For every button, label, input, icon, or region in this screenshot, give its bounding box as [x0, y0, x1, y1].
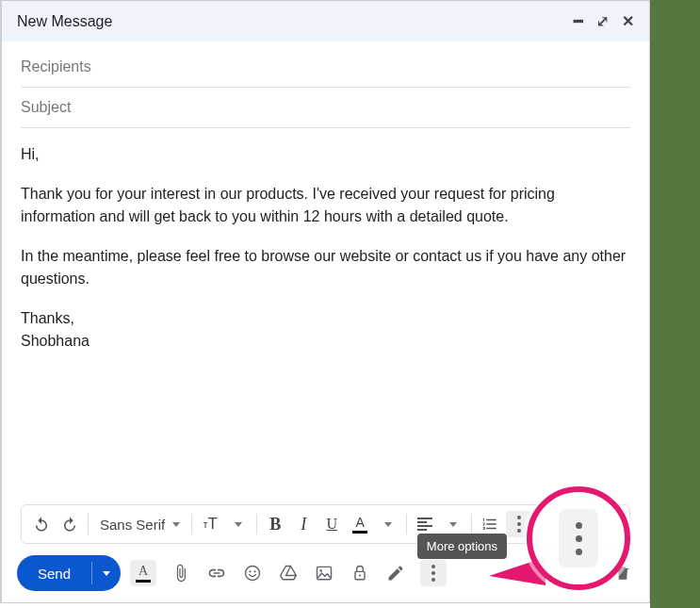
font-size-button[interactable]: тT — [198, 511, 222, 537]
annotation-circle — [527, 486, 630, 590]
svg-point-0 — [246, 567, 260, 581]
svg-point-4 — [319, 569, 322, 572]
svg-point-6 — [359, 574, 361, 576]
formatting-options-button[interactable]: A — [130, 560, 156, 586]
pen-icon — [386, 564, 405, 583]
paperclip-icon — [171, 564, 190, 583]
font-select[interactable]: Sans Serif — [94, 517, 186, 533]
more-options-button[interactable] — [420, 560, 447, 586]
minimize-icon[interactable]: ━ — [574, 12, 583, 30]
caret-down-icon — [449, 522, 457, 527]
image-icon — [315, 564, 334, 583]
separator — [471, 514, 472, 534]
svg-rect-3 — [317, 567, 332, 579]
recipients-placeholder: Recipients — [21, 58, 91, 74]
send-options-button[interactable] — [92, 555, 121, 591]
compose-header: New Message ━ ⤢ ✕ — [2, 1, 649, 41]
undo-button[interactable] — [29, 511, 54, 537]
close-icon[interactable]: ✕ — [622, 12, 634, 30]
bold-button[interactable]: B — [263, 511, 287, 537]
text-color-button[interactable]: A — [348, 511, 372, 537]
attach-button[interactable] — [170, 562, 192, 584]
separator — [406, 514, 407, 534]
send-group: Send — [17, 555, 121, 591]
recipients-field[interactable]: Recipients — [21, 47, 630, 88]
separator — [88, 514, 89, 534]
link-icon — [207, 564, 226, 583]
message-body[interactable]: Hi, Thank you for your interest in our p… — [2, 128, 649, 504]
font-size-dropdown[interactable] — [226, 511, 251, 537]
lock-clock-icon — [350, 564, 369, 583]
drive-icon — [279, 564, 298, 583]
numbered-list-icon — [481, 516, 498, 533]
subject-placeholder: Subject — [21, 99, 71, 115]
format-a-icon: A — [136, 564, 151, 583]
subject-field[interactable]: Subject — [21, 88, 630, 128]
confidential-mode-button[interactable] — [349, 562, 371, 584]
svg-point-1 — [249, 570, 251, 572]
send-button[interactable]: Send — [17, 555, 91, 591]
undo-icon — [33, 516, 50, 533]
insert-signature-button[interactable] — [384, 562, 407, 584]
body-paragraph-1: Thank you for your interest in our produ… — [21, 183, 630, 228]
svg-point-2 — [253, 570, 255, 572]
insert-photo-button[interactable] — [313, 562, 335, 584]
insert-drive-button[interactable] — [277, 562, 300, 584]
more-vert-icon — [431, 565, 435, 582]
insert-emoji-button[interactable] — [241, 562, 264, 584]
emoji-icon — [243, 564, 262, 583]
more-vert-icon — [517, 516, 521, 533]
body-greeting: Hi, — [21, 143, 630, 166]
compose-title: New Message — [17, 13, 112, 30]
text-color-dropdown[interactable] — [376, 511, 400, 537]
redo-icon — [61, 516, 78, 533]
separator — [191, 514, 192, 534]
underline-button[interactable]: U — [319, 511, 344, 537]
insert-link-button[interactable] — [205, 562, 228, 584]
caret-down-icon — [235, 522, 242, 527]
tooltip-more-options: More options — [417, 534, 507, 559]
italic-button[interactable]: I — [291, 511, 316, 537]
body-signoff: Thanks, Shobhana — [21, 307, 630, 353]
redo-button[interactable] — [57, 511, 82, 537]
separator — [256, 514, 257, 534]
expand-icon[interactable]: ⤢ — [596, 12, 609, 30]
caret-down-icon — [103, 571, 110, 576]
more-options-zoom — [559, 509, 598, 567]
caret-down-icon — [172, 522, 180, 527]
caret-down-icon — [384, 522, 392, 527]
align-left-icon — [417, 518, 432, 531]
compose-window: New Message ━ ⤢ ✕ Recipients Subject Hi,… — [0, 0, 650, 603]
body-paragraph-2: In the meantime, please feel free to bro… — [21, 245, 630, 290]
right-strip — [650, 0, 700, 608]
